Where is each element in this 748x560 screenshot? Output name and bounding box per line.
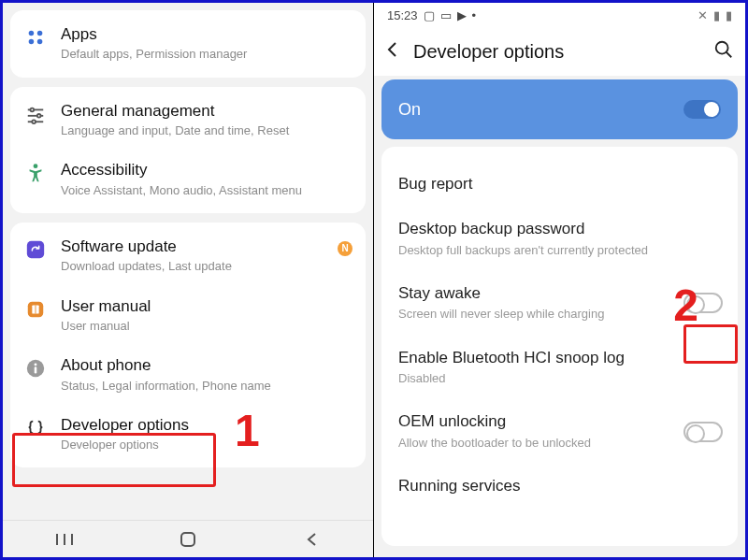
software-title: Software update: [61, 237, 324, 256]
stay-sub: Screen will never sleep while charging: [398, 307, 721, 322]
tutorial-composite: Apps Default apps, Permission manager Ge…: [0, 0, 748, 560]
svg-point-1: [37, 31, 43, 36]
row-oem-unlocking[interactable]: OEM unlocking Allow the bootloader to be…: [381, 399, 738, 464]
hci-title: Enable Bluetooth HCI snoop log: [398, 349, 721, 367]
search-icon[interactable]: [713, 39, 734, 64]
settings-screen: Apps Default apps, Permission manager Ge…: [3, 3, 374, 557]
general-sub: Language and input, Date and time, Reset: [61, 123, 352, 138]
row-hci-snoop[interactable]: Enable Bluetooth HCI snoop log Disabled: [381, 336, 738, 400]
svg-point-5: [31, 108, 35, 111]
svg-point-22: [716, 42, 728, 54]
group-bottom: Software update Download updates, Last u…: [10, 223, 366, 468]
status-time: 15:23: [387, 8, 418, 22]
stay-title: Stay awake: [398, 284, 721, 303]
row-about-phone[interactable]: About phone Status, Legal information, P…: [10, 345, 366, 405]
manual-title: User manual: [61, 297, 352, 316]
braces-icon: [23, 416, 48, 438]
svg-rect-17: [35, 366, 37, 373]
update-badge: N: [338, 237, 352, 256]
app-bar: Developer options: [374, 27, 745, 76]
desktop-title: Desktop backup password: [398, 220, 721, 238]
battery-icon: ▮: [726, 8, 732, 22]
developer-options-screen: 15:23 ▢ ▭ ▶ • ✕ ▮ ▮ Developer options On: [374, 3, 745, 557]
accessibility-sub: Voice Assistant, Mono audio, Assistant m…: [61, 183, 352, 198]
apps-sub: Default apps, Permission manager: [61, 47, 352, 62]
oem-title: OEM unlocking: [398, 412, 721, 431]
svg-point-7: [37, 114, 41, 118]
stay-awake-toggle[interactable]: [683, 293, 723, 313]
hci-sub: Disabled: [398, 371, 721, 386]
running-title: Running services: [398, 477, 721, 495]
android-navbar: [3, 520, 373, 557]
recents-button[interactable]: [52, 527, 77, 552]
row-stay-awake[interactable]: Stay awake Screen will never sleep while…: [381, 271, 738, 336]
status-youtube-icon: ▭: [440, 8, 452, 22]
master-toggle-switch[interactable]: [683, 100, 721, 119]
accessibility-title: Accessibility: [61, 161, 352, 179]
row-bug-report[interactable]: Bug report: [381, 162, 738, 207]
about-sub: Status, Legal information, Phone name: [61, 379, 352, 394]
svg-point-16: [35, 364, 37, 366]
svg-point-2: [29, 39, 35, 45]
group-apps: Apps Default apps, Permission manager: [10, 10, 366, 78]
row-user-manual[interactable]: User manual User manual: [10, 286, 366, 346]
row-software-update[interactable]: Software update Download updates, Last u…: [10, 226, 366, 286]
oem-sub: Allow the bootloader to be unlocked: [398, 436, 721, 451]
sliders-icon: [23, 102, 48, 124]
general-title: General management: [61, 102, 352, 121]
about-title: About phone: [61, 356, 352, 375]
bug-title: Bug report: [398, 175, 721, 194]
apps-title: Apps: [61, 25, 352, 44]
row-general[interactable]: General management Language and input, D…: [10, 91, 366, 151]
back-icon[interactable]: [383, 40, 402, 63]
apps-icon: [23, 25, 48, 48]
status-gallery-icon: ▢: [424, 8, 435, 22]
status-video-icon: ▶: [457, 8, 467, 22]
row-running-services[interactable]: Running services: [381, 464, 738, 509]
svg-point-10: [34, 165, 38, 169]
svg-rect-11: [27, 241, 44, 258]
back-button[interactable]: [299, 527, 324, 552]
accessibility-icon: [23, 161, 48, 183]
svg-point-3: [37, 39, 43, 45]
svg-line-23: [726, 52, 732, 58]
svg-rect-21: [181, 533, 194, 546]
update-icon: [23, 237, 48, 260]
row-apps[interactable]: Apps Default apps, Permission manager: [10, 14, 366, 74]
svg-point-0: [29, 31, 35, 36]
book-icon: [23, 297, 48, 320]
row-accessibility[interactable]: Accessibility Voice Assistant, Mono audi…: [10, 150, 366, 209]
options-list: Bug report Desktop backup password Deskt…: [381, 147, 738, 546]
row-developer-options[interactable]: Developer options Developer options: [10, 405, 366, 465]
manual-sub: User manual: [61, 319, 352, 334]
developer-sub: Developer options: [61, 438, 352, 452]
info-icon: [23, 356, 48, 379]
master-toggle-row[interactable]: On: [381, 79, 738, 139]
desktop-sub: Desktop full backups aren't currently pr…: [398, 243, 721, 258]
software-sub: Download updates, Last update: [61, 259, 324, 274]
master-toggle-label: On: [398, 100, 421, 120]
home-button[interactable]: [176, 527, 200, 552]
developer-title: Developer options: [61, 416, 352, 435]
vibrate-icon: ✕: [698, 8, 708, 22]
status-dot-icon: •: [472, 8, 477, 22]
group-general-accessibility: General management Language and input, D…: [10, 87, 366, 213]
appbar-title: Developer options: [413, 40, 564, 63]
signal-icon: ▮: [713, 8, 720, 22]
status-bar: 15:23 ▢ ▭ ▶ • ✕ ▮ ▮: [374, 3, 745, 27]
svg-point-9: [32, 120, 36, 123]
row-desktop-backup[interactable]: Desktop backup password Desktop full bac…: [381, 207, 738, 271]
oem-toggle[interactable]: [683, 422, 723, 442]
